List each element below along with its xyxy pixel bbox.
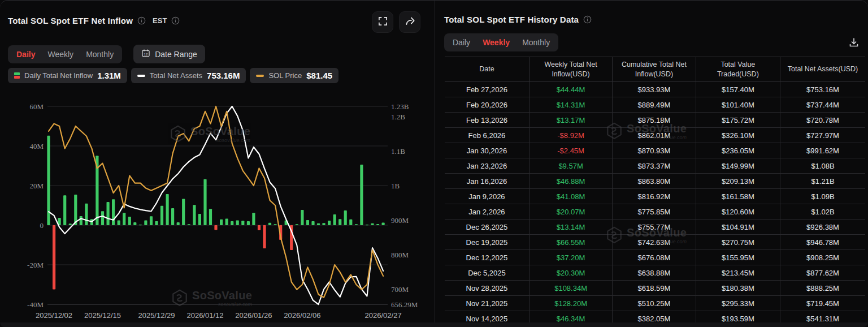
table-row[interactable]: Jan 16,2026$46.88M$863.80M$209.13M$1.21B	[445, 174, 865, 189]
cell-value: $1.09B	[780, 189, 865, 204]
table-row[interactable]: Dec 12,2025$37.20M$676.08M$155.95M$908.2…	[445, 250, 865, 265]
chart-area[interactable]: 60M40M20M0-20M-40M1.23B1.2B1.1B1B900M800…	[0, 90, 435, 323]
cell-value: $720.78M	[780, 113, 865, 128]
cell-value: $37.20M	[529, 250, 612, 265]
cell-value: $120.60M	[696, 204, 780, 220]
cell-value: $719.45M	[780, 296, 865, 311]
cell-value: $863.80M	[613, 174, 696, 189]
tab-weekly[interactable]: Weekly	[476, 35, 516, 50]
fullscreen-icon	[378, 16, 388, 28]
cell-value: $862.01M	[613, 128, 696, 143]
svg-text:1.1B: 1.1B	[391, 147, 405, 156]
column-header: Cumulative Total Net Inflow(USD)	[613, 57, 696, 82]
history-period-tabs: Daily Weekly Monthly	[444, 33, 558, 51]
cell-date: Jan 16,2026	[445, 174, 529, 189]
cell-value: $618.59M	[613, 281, 696, 296]
svg-text:2025/12/02: 2025/12/02	[36, 311, 72, 320]
legend-sol-price[interactable]: SOL Price $81.45	[250, 68, 338, 83]
cell-value: $873.37M	[613, 158, 696, 174]
date-range-button[interactable]: 12 Date Range	[133, 45, 205, 63]
download-icon	[848, 37, 860, 50]
svg-text:1B: 1B	[391, 182, 400, 190]
chart-panel: Total SOL Spot ETF Net Inflow EST	[0, 1, 435, 323]
table-row[interactable]: Jan 9,2026$41.08M$816.92M$161.58M$1.09B	[445, 189, 865, 204]
table-row[interactable]: Jan 30,2026-$2.45M$870.93M$236.05M$991.6…	[445, 143, 865, 158]
table-row[interactable]: Jan 23,2026$9.57M$873.37M$149.99M$1.08B	[445, 158, 865, 174]
cell-value: $877.62M	[780, 265, 865, 281]
svg-text:-20M: -20M	[27, 261, 44, 269]
tab-daily[interactable]: Daily	[10, 47, 41, 62]
cell-value: $108.34M	[529, 281, 612, 296]
info-icon[interactable]	[171, 16, 180, 25]
info-icon[interactable]	[583, 15, 592, 24]
svg-text:656.29M: 656.29M	[391, 300, 418, 309]
table-row[interactable]: Nov 28,2025$108.34M$618.59M$180.38M$888.…	[445, 281, 865, 296]
share-button[interactable]	[399, 11, 420, 33]
table-row[interactable]: Dec 19,2025$66.55M$742.63M$270.75M$946.7…	[445, 235, 865, 250]
svg-text:2026/02/06: 2026/02/06	[284, 311, 320, 320]
table-header-row: DateWeekly Total Net Inflow(USD)Cumulati…	[445, 57, 865, 82]
cell-value: $20.30M	[529, 265, 612, 281]
cell-value: $875.18M	[613, 113, 696, 128]
fullscreen-button[interactable]	[372, 11, 393, 33]
cell-value: $755.77M	[613, 220, 696, 235]
tab-weekly[interactable]: Weekly	[41, 47, 80, 62]
cell-value: $66.55M	[529, 235, 612, 250]
cell-date: Dec 26,2025	[445, 220, 529, 235]
history-table[interactable]: DateWeekly Total Net Inflow(USD)Cumulati…	[445, 57, 865, 326]
cell-date: Jan 23,2026	[445, 158, 529, 174]
svg-text:800M: 800M	[391, 251, 409, 259]
cell-value: $510.25M	[613, 296, 696, 311]
cell-date: Jan 30,2026	[445, 143, 529, 158]
chart-panel-header: Total SOL Spot ETF Net Inflow EST	[8, 16, 180, 25]
legend-daily-net-inflow[interactable]: Daily Total Net Inflow 1.31M	[8, 68, 127, 83]
cell-value: $889.49M	[613, 97, 696, 113]
cell-value: $908.25M	[780, 250, 865, 265]
download-button[interactable]	[845, 35, 862, 51]
cell-value: $9.57M	[529, 158, 612, 174]
table-row[interactable]: Feb 6,2026-$8.92M$862.01M$326.10M$727.97…	[445, 128, 865, 143]
tab-monthly[interactable]: Monthly	[80, 47, 120, 62]
cell-value: $816.92M	[613, 189, 696, 204]
table-row[interactable]: Feb 20,2026$14.31M$889.49M$101.40M$737.4…	[445, 97, 865, 113]
cell-value: $888.25M	[780, 281, 865, 296]
chart-legend: Daily Total Net Inflow 1.31M Total Net A…	[8, 68, 338, 83]
bar-swatch-icon	[14, 72, 20, 79]
cell-value: $926.38M	[780, 220, 865, 235]
svg-text:0: 0	[40, 221, 44, 230]
chart-controls: Daily Weekly Monthly 12 Date Range	[8, 45, 205, 63]
info-icon[interactable]	[137, 16, 146, 25]
combo-chart[interactable]: 60M40M20M0-20M-40M1.23B1.2B1.1B1B900M800…	[0, 90, 435, 323]
svg-text:2026/01/12: 2026/01/12	[186, 311, 223, 320]
tab-monthly[interactable]: Monthly	[516, 35, 556, 50]
cell-value: $41.08M	[529, 189, 612, 204]
cell-value: $101.40M	[696, 97, 780, 113]
cell-value: $175.72M	[696, 113, 780, 128]
svg-text:40M: 40M	[29, 142, 44, 150]
cell-value: $326.10M	[696, 128, 780, 143]
cell-date: Dec 12,2025	[445, 250, 529, 265]
table-row[interactable]: Dec 26,2025$13.14M$755.77M$104.91M$926.3…	[445, 220, 865, 235]
tab-daily[interactable]: Daily	[446, 35, 476, 50]
cell-value: $870.93M	[613, 143, 696, 158]
cell-value: -$2.45M	[529, 143, 612, 158]
svg-text:900M: 900M	[391, 216, 409, 225]
table-row[interactable]: Feb 27,2026$44.44M$933.93M$157.40M$753.1…	[445, 82, 865, 97]
svg-text:60M: 60M	[29, 102, 44, 111]
svg-text:2025/12/29: 2025/12/29	[138, 311, 175, 320]
column-header: Date	[445, 57, 529, 82]
svg-text:20M: 20M	[29, 182, 44, 190]
history-panel: Total SOL Spot ETF History Data Daily We…	[435, 1, 868, 323]
history-table-wrap: DateWeekly Total Net Inflow(USD)Cumulati…	[445, 57, 865, 326]
cell-value: $46.88M	[529, 174, 612, 189]
svg-text:12: 12	[144, 52, 148, 56]
table-row[interactable]: Dec 5,2025$20.30M$638.88M$213.45M$877.62…	[445, 265, 865, 281]
table-row[interactable]: Nov 21,2025$128.20M$510.25M$295.33M$719.…	[445, 296, 865, 311]
svg-text:2025/12/15: 2025/12/15	[84, 311, 121, 320]
table-row[interactable]: Feb 13,2026$13.17M$875.18M$175.72M$720.7…	[445, 113, 865, 128]
cell-value: $991.62M	[780, 143, 865, 158]
cell-value: $295.33M	[696, 296, 780, 311]
cell-value: $155.95M	[696, 250, 780, 265]
legend-total-net-assets[interactable]: Total Net Assets 753.16M	[131, 68, 246, 83]
table-row[interactable]: Jan 2,2026$20.07M$775.85M$120.60M$1.02B	[445, 204, 865, 220]
